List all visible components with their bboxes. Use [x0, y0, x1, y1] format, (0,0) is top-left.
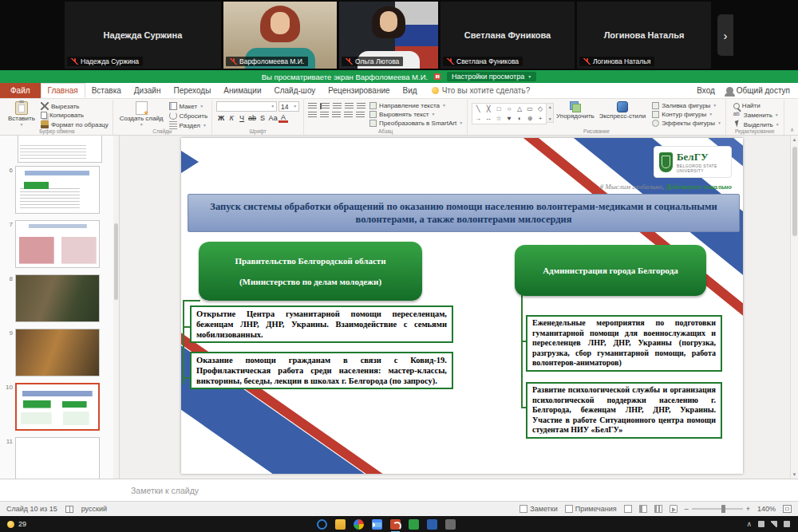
zoom-in-icon[interactable]: + [746, 505, 750, 513]
notes-pane[interactable]: Заметки к слайду [0, 479, 798, 501]
shapes-gallery-scroll[interactable]: ▲▼ [547, 103, 554, 123]
view-options-button[interactable]: Настройки просмотра▼ [447, 72, 536, 81]
share-button[interactable]: Общий доступ [726, 86, 790, 95]
shape-double-arrow-icon[interactable]: ↔ [484, 114, 493, 123]
thumbnail-slide-partial[interactable] [18, 136, 102, 163]
app-icon[interactable] [409, 519, 419, 530]
justify-icon[interactable] [344, 112, 353, 118]
left-header-box[interactable]: Правительство Белгородской области (Мини… [199, 242, 422, 301]
shape-star-icon[interactable]: ☆ [494, 114, 504, 123]
thumbnail-slide-7[interactable] [15, 220, 100, 268]
arrange-button[interactable]: Упорядочить [554, 101, 597, 127]
font-size-combobox[interactable]: 14▼ [279, 101, 299, 112]
shape-diamond-icon[interactable]: ◇ [535, 104, 545, 113]
thumbnail-slide-11[interactable] [15, 437, 100, 479]
slide-canvas[interactable]: БелГУ BELGOROD STATE UNIVERSITY # Мыслим… [181, 138, 743, 474]
thumbnail-slide-9[interactable] [15, 329, 100, 376]
tab-transitions[interactable]: Переходы [167, 83, 217, 98]
shape-fill-button[interactable]: Заливка фигуры▼ [652, 102, 721, 109]
pause-share-icon[interactable] [434, 73, 440, 80]
tab-review[interactable]: Рецензирование [322, 83, 396, 98]
app-icon[interactable] [445, 519, 456, 530]
italic-button[interactable]: К [227, 113, 236, 123]
left-item-1[interactable]: Открытие Центра гуманитарной помощи пере… [190, 305, 453, 343]
weather-widget[interactable]: 29 [0, 520, 34, 528]
thumbnail-slide-10-selected[interactable] [15, 383, 100, 431]
columns-icon[interactable] [356, 112, 365, 118]
tab-file[interactable]: Файл [0, 83, 41, 98]
align-center-icon[interactable] [320, 112, 329, 118]
bullets-icon[interactable] [308, 103, 317, 109]
scroll-down-icon[interactable]: ▼ [792, 472, 797, 477]
change-case-button[interactable]: Аа [268, 113, 278, 123]
file-explorer-icon[interactable] [335, 519, 346, 530]
shape-cross-icon[interactable]: ╳ [484, 104, 493, 113]
collapse-ribbon-icon[interactable]: ∧ [790, 127, 794, 133]
spellcheck-icon[interactable] [65, 506, 73, 513]
zoom-out-icon[interactable]: – [685, 505, 689, 513]
slide-thumbnail-panel[interactable]: 6 7 8 9 10 11 [0, 136, 120, 479]
align-text-button[interactable]: Выровнять текст▼ [369, 111, 463, 118]
slide-sorter-view-icon[interactable] [639, 505, 647, 513]
zoom-slider[interactable] [692, 508, 743, 510]
fit-slide-icon[interactable] [783, 505, 792, 513]
format-painter-button[interactable]: Формат по образцу [41, 120, 109, 128]
shape-circle-icon[interactable]: ○ [504, 104, 514, 113]
font-name-combobox[interactable]: ▼ [216, 101, 277, 112]
right-item-1[interactable]: Еженедельные мероприятия по подготовки г… [526, 315, 722, 372]
numbering-icon[interactable] [320, 103, 330, 109]
underline-button[interactable]: Ч [237, 113, 247, 123]
shape-triangle-icon[interactable]: △ [515, 104, 524, 113]
vertical-scrollbar[interactable]: ▲ ▼ [790, 136, 798, 479]
bold-button[interactable]: Ж [216, 113, 226, 123]
scroll-up-icon[interactable]: ▲ [792, 137, 797, 142]
tab-view[interactable]: Вид [397, 83, 424, 98]
align-left-icon[interactable] [308, 112, 317, 118]
tab-insert[interactable]: Вставка [85, 83, 128, 98]
text-direction-button[interactable]: Направление текста▼ [369, 102, 463, 109]
participant-tile[interactable]: Ольга Лютова [339, 2, 438, 69]
cut-button[interactable]: Вырезать [41, 102, 109, 110]
paste-button[interactable]: Вставить▼ [6, 101, 38, 127]
replace-button[interactable]: Заменить▼ [733, 111, 780, 119]
language-indicator[interactable]: русский [81, 505, 107, 513]
slide-title[interactable]: Запуск системы обработки обращений по ок… [188, 194, 740, 232]
shape-arrow-icon[interactable]: → [473, 114, 483, 123]
powerpoint-app-icon[interactable] [390, 519, 401, 530]
shape-halfcircle-icon[interactable]: ◐ [515, 114, 524, 123]
participant-tile[interactable]: Надежда Суржина Надежда Суржина [65, 2, 221, 69]
volume-icon[interactable] [784, 521, 790, 527]
right-item-2[interactable]: Развитие психологической службы и органи… [526, 382, 722, 439]
indent-increase-icon[interactable] [345, 103, 354, 109]
tray-icon[interactable] [758, 521, 764, 527]
tray-expand-icon[interactable]: ∧ [746, 520, 752, 528]
participant-tile[interactable]: Логинова Наталья Логинова Наталья [577, 2, 711, 69]
thumbnail-scrollbar[interactable] [113, 136, 119, 479]
copy-button[interactable]: Копировать [41, 112, 109, 119]
layout-button[interactable]: Макет▼ [169, 102, 208, 110]
align-right-icon[interactable] [332, 112, 341, 118]
network-icon[interactable] [771, 521, 777, 527]
slide-editing-area[interactable]: БелГУ BELGOROD STATE UNIVERSITY # Мыслим… [120, 136, 790, 479]
reset-button[interactable]: Сбросить [169, 112, 208, 120]
indent-decrease-icon[interactable] [333, 103, 342, 109]
more-participants-button[interactable]: › [717, 14, 733, 56]
thumbnail-row[interactable]: 8 [0, 274, 119, 322]
sign-in-link[interactable]: Вход [697, 86, 715, 95]
thumbnail-row[interactable]: 9 [0, 329, 119, 376]
strikethrough-button[interactable]: ab [247, 113, 257, 123]
convert-smartart-button[interactable]: Преобразовать в SmartArt▼ [369, 120, 463, 127]
text-shadow-button[interactable]: S [258, 113, 267, 123]
shape-heart-icon[interactable]: ♥ [504, 114, 514, 123]
shapes-gallery[interactable]: ╲ ╳ □ ○ △ ▭ ◇ → ↔ ☆ ♥ ◐ ⊕ + [472, 103, 547, 124]
shape-effects-button[interactable]: Эффекты фигуры▼ [652, 120, 721, 127]
scrollbar-thumb[interactable] [792, 147, 797, 236]
find-button[interactable]: Найти [733, 102, 780, 109]
tab-animations[interactable]: Анимации [217, 83, 267, 98]
shape-line-icon[interactable]: ╲ [473, 104, 483, 113]
shape-plus-icon[interactable]: + [535, 114, 545, 123]
zoom-level[interactable]: 140% [757, 505, 776, 513]
participant-tile-active-speaker[interactable]: Варфоломеева М.И. [223, 2, 337, 69]
slideshow-view-icon[interactable] [670, 505, 678, 513]
zoom-slider-thumb[interactable] [721, 505, 725, 513]
